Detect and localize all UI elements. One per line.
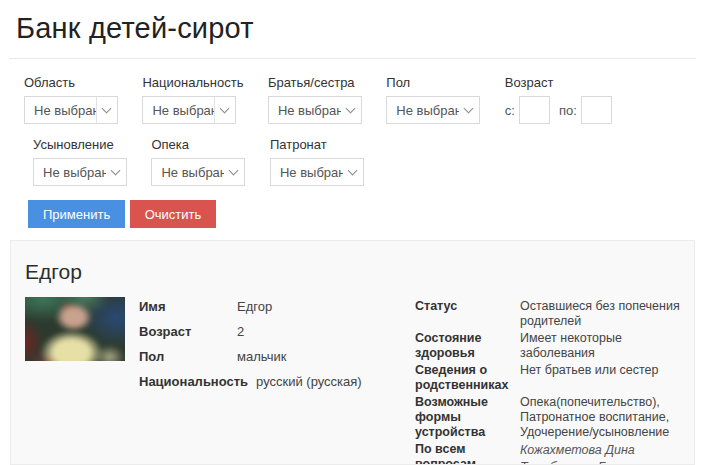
age-to-input[interactable] [581, 96, 612, 124]
nationality-label: Национальность [142, 75, 243, 90]
field-name-label: Имя [139, 299, 229, 315]
gender-label: Пол [386, 75, 480, 90]
patronage-select[interactable]: Не выбрано [270, 158, 364, 186]
field-nationality-value: русский (русская) [256, 374, 362, 390]
chevron-down-icon [224, 159, 237, 185]
region-select[interactable]: Не выбрано [24, 96, 118, 124]
field-age: Возраст 2 [139, 324, 401, 340]
chevron-down-icon [459, 97, 472, 123]
filter-row-1: Область Не выбрано Национальность Не выб… [24, 75, 695, 124]
field-nationality: Национальность русский (русская) [139, 374, 401, 390]
patronage-select-value: Не выбрано [280, 165, 343, 180]
chevron-down-icon [106, 159, 119, 185]
chevron-down-icon [343, 159, 356, 185]
filter-group-age: Возраст с: по: [505, 75, 621, 124]
field-health-value: Имеет некоторые заболевания [520, 331, 680, 361]
field-gender-value: мальчик [237, 349, 286, 365]
child-info-left: Имя Едгор Возраст 2 Пол мальчик Национал… [139, 299, 401, 399]
filter-group-guardianship: Опека Не выбрано [151, 137, 245, 186]
field-age-label: Возраст [139, 324, 229, 340]
guardianship-select[interactable]: Не выбрано [151, 158, 245, 186]
field-placement-forms: Возможные формы устройства Опека(попечит… [415, 395, 680, 440]
adoption-select[interactable]: Не выбрано [33, 158, 127, 186]
page-title: Банк детей-сирот [16, 12, 695, 45]
siblings-select-value: Не выбрано [278, 103, 341, 118]
patronage-label: Патронат [270, 137, 364, 152]
field-name: Имя Едгор [139, 299, 401, 315]
child-photo-image [25, 297, 125, 361]
apply-button[interactable]: Применить [28, 200, 125, 228]
child-info-right: Статус Оставшиеся без попечения родителе… [401, 299, 680, 465]
filter-row-2: Усыновление Не выбрано Опека Не выбрано … [33, 137, 695, 186]
field-name-value: Едгор [237, 299, 272, 315]
field-age-value: 2 [237, 324, 244, 340]
gender-select-value: Не выбрано [396, 103, 459, 118]
child-name-heading: Едгор [25, 260, 680, 284]
field-health-label: Состояние здоровья [415, 331, 514, 361]
child-card: Едгор Имя Едгор Возраст 2 Пол мальчик [10, 240, 695, 465]
siblings-select[interactable]: Не выбрано [268, 96, 362, 124]
age-to-label: по: [559, 103, 577, 118]
field-contact: По всем вопросам обращаться Кожахметова … [415, 442, 680, 465]
field-placement-forms-label: Возможные формы устройства [415, 395, 514, 440]
chevron-down-icon [214, 97, 228, 123]
field-status: Статус Оставшиеся без попечения родителе… [415, 299, 680, 329]
page: Банк детей-сирот Область Не выбрано Наци… [0, 12, 705, 465]
filter-group-adoption: Усыновление Не выбрано [33, 137, 127, 186]
filter-buttons: Применить Очистить [28, 200, 695, 228]
gender-select[interactable]: Не выбрано [386, 96, 480, 124]
child-photo[interactable] [25, 297, 125, 361]
filter-group-gender: Пол Не выбрано [386, 75, 480, 124]
field-health: Состояние здоровья Имеет некоторые забол… [415, 331, 680, 361]
filter-group-patronage: Патронат Не выбрано [270, 137, 364, 186]
filter-group-siblings: Братья/сестра Не выбрано [268, 75, 362, 124]
field-contact-label: По всем вопросам обращаться [415, 442, 514, 465]
age-from-input[interactable] [519, 96, 550, 124]
filter-group-region: Область Не выбрано [24, 75, 118, 124]
region-label: Область [24, 75, 118, 90]
guardianship-select-value: Не выбрано [161, 165, 224, 180]
chevron-down-icon [96, 97, 110, 123]
filters-panel: Область Не выбрано Национальность Не выб… [10, 59, 695, 228]
nationality-select[interactable]: Не выбрано [142, 96, 236, 124]
field-placement-forms-value: Опека(попечительство), Патронатное воспи… [520, 395, 680, 440]
field-gender: Пол мальчик [139, 349, 401, 365]
nationality-select-value: Не выбрано [152, 103, 214, 118]
filter-group-nationality: Национальность Не выбрано [142, 75, 243, 124]
field-relatives-value: Нет братьев или сестер [520, 363, 680, 393]
guardianship-label: Опека [151, 137, 245, 152]
region-select-value: Не выбрано [34, 103, 96, 118]
field-gender-label: Пол [139, 349, 229, 365]
age-from-label: с: [505, 103, 515, 118]
field-contact-value: Кожахметова Дина Тулюбаевна, Билялова Ай… [520, 442, 680, 465]
siblings-label: Братья/сестра [268, 75, 362, 90]
adoption-select-value: Не выбрано [43, 165, 106, 180]
field-nationality-label: Национальность [139, 374, 248, 390]
field-relatives-label: Сведения о родственниках [415, 363, 514, 393]
field-status-label: Статус [415, 299, 514, 329]
age-label: Возраст [505, 75, 621, 90]
chevron-down-icon [341, 97, 354, 123]
field-relatives: Сведения о родственниках Нет братьев или… [415, 363, 680, 393]
adoption-label: Усыновление [33, 137, 127, 152]
clear-button[interactable]: Очистить [130, 200, 217, 228]
field-status-value: Оставшиеся без попечения родителей [520, 299, 680, 329]
